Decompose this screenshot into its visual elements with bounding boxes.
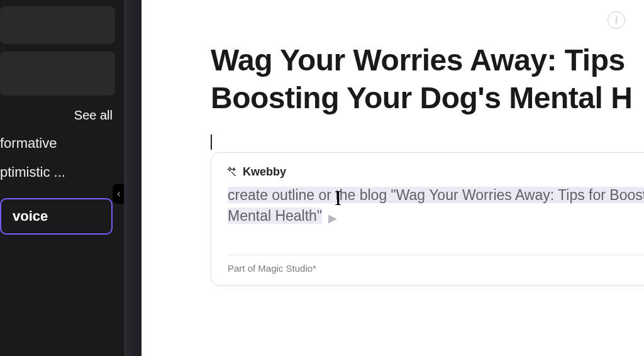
info-icon[interactable]: i xyxy=(608,11,625,29)
info-glyph: i xyxy=(615,14,618,26)
prompt-text-segment: Mental Health" xyxy=(228,208,322,224)
submit-play-icon[interactable]: ▶ xyxy=(328,210,337,226)
title-line-2: Boosting Your Dog's Mental H xyxy=(211,79,644,117)
sidebar-edge-strip xyxy=(124,0,142,356)
ai-prompt-input[interactable]: create outline or the blog "Wag Your Wor… xyxy=(228,185,644,227)
document-title[interactable]: Wag Your Worries Away: Tips Boosting You… xyxy=(211,42,644,117)
collapse-sidebar-button[interactable]: ‹ xyxy=(113,184,124,204)
tone-option-informative[interactable]: formative xyxy=(0,133,124,154)
prompt-text-segment: create outline xyxy=(228,187,318,203)
sidebar-option-card[interactable] xyxy=(0,52,115,96)
sidebar-option-card[interactable] xyxy=(0,6,115,44)
title-line-1: Wag Your Worries Away: Tips xyxy=(211,43,625,77)
chevron-left-icon: ‹ xyxy=(117,188,120,199)
magic-wand-icon xyxy=(228,166,238,179)
tone-option-optimistic[interactable]: ptimistic ... xyxy=(0,162,124,183)
sidebar: See all formative ptimistic ... voice ‹ xyxy=(0,0,124,356)
voice-button[interactable]: voice xyxy=(0,198,113,235)
ai-assistant-card: Kwebby create outline or the blog "Wag Y… xyxy=(211,152,644,286)
see-all-link[interactable]: See all xyxy=(74,108,113,123)
ai-assistant-name: Kwebby xyxy=(243,165,286,179)
document-area: i Wag Your Worries Away: Tips Boosting Y… xyxy=(142,0,644,356)
prompt-text-segment: or the blog "Wag Your Worries Away: Tips… xyxy=(318,187,644,203)
text-cursor xyxy=(211,135,212,150)
ai-footer-note: Part of Magic Studio* xyxy=(228,255,644,274)
